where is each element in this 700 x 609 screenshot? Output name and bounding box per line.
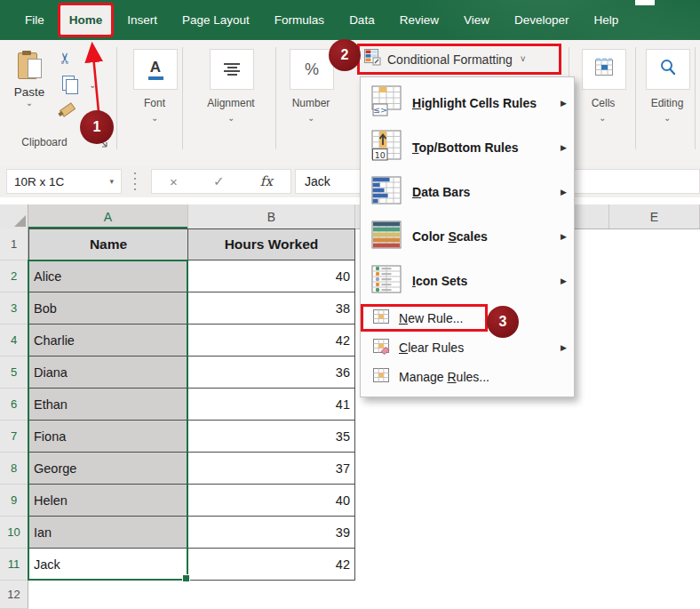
cell-a11[interactable]: Jack — [28, 549, 188, 581]
step-1-badge: 1 — [80, 110, 114, 144]
cell-b8[interactable]: 37 — [188, 453, 355, 485]
cell-a9[interactable]: Helen — [28, 485, 188, 517]
row-header-1[interactable]: 1 — [0, 228, 28, 260]
tab-developer[interactable]: Developer — [505, 5, 578, 35]
font-group-chevron[interactable]: ⌄ — [151, 113, 158, 123]
conditional-formatting-icon — [364, 49, 381, 69]
sheet-row-10: 10Ian39 — [0, 517, 355, 549]
alignment-group-button[interactable] — [210, 49, 254, 90]
tab-view[interactable]: View — [455, 5, 498, 35]
select-all-corner[interactable] — [0, 204, 28, 228]
menu-item-icon-sets[interactable]: Icon Sets▶ — [361, 259, 574, 303]
cells-group-button[interactable] — [582, 49, 626, 90]
step-2-badge: 2 — [329, 39, 361, 71]
editing-group-button[interactable] — [646, 49, 690, 90]
menu-item-label: Clear Rules — [399, 341, 464, 355]
cell-a1[interactable]: Name — [28, 228, 188, 260]
formula-bar-buttons: × ✓ fx — [151, 169, 291, 194]
cell-b6[interactable]: 41 — [188, 389, 355, 421]
insert-function-icon[interactable]: fx — [260, 173, 273, 189]
tab-file[interactable]: File — [16, 5, 53, 35]
menu-item-manage-rules[interactable]: Manage Rules... — [361, 362, 574, 391]
cut-icon[interactable]: ✂ — [56, 52, 75, 64]
row-header-6[interactable]: 6 — [0, 389, 28, 421]
cell-b7[interactable]: 35 — [188, 421, 355, 453]
manage-rules-icon — [372, 366, 390, 388]
number-group-label: Number — [286, 97, 336, 109]
cell-a4[interactable]: Charlie — [28, 325, 188, 357]
menu-item-highlight-cells-rules[interactable]: ≤>Highlight Cells Rules▶ — [361, 81, 574, 125]
column-header-b[interactable]: B — [188, 204, 355, 228]
enter-icon[interactable]: ✓ — [213, 173, 225, 189]
title-bar: FileHomeInsertPage LayoutFormulasDataRev… — [0, 0, 700, 40]
copy-icon[interactable] — [62, 76, 75, 91]
tab-home[interactable]: Home — [60, 5, 112, 35]
paste-clipboard-icon — [18, 51, 41, 79]
cell-b1[interactable]: Hours Worked — [188, 228, 355, 260]
tab-review[interactable]: Review — [391, 5, 448, 35]
menu-item-new-rule[interactable]: New Rule... — [361, 303, 574, 333]
submenu-arrow-icon: ▶ — [561, 99, 567, 108]
cells-group-chevron[interactable]: ⌄ — [599, 113, 606, 123]
cell-b5[interactable]: 36 — [188, 357, 355, 389]
column-header-e[interactable]: E — [609, 204, 700, 228]
paste-button[interactable]: Paste ⌄ — [7, 49, 52, 138]
grid-body: 1NameHours Worked2Alice403Bob384Charlie4… — [0, 228, 355, 609]
number-group-chevron[interactable]: ⌄ — [307, 113, 314, 123]
align-center-icon — [224, 61, 240, 77]
menu-item-color-scales[interactable]: Color Scales▶ — [361, 214, 574, 259]
top-bottom-rules-icon: 10 — [370, 129, 403, 166]
data-bars-icon — [370, 173, 403, 211]
row-header-4[interactable]: 4 — [0, 325, 28, 357]
tab-insert[interactable]: Insert — [118, 5, 166, 35]
format-painter-icon[interactable] — [59, 104, 75, 116]
alignment-group-chevron[interactable]: ⌄ — [227, 113, 235, 123]
copy-dropdown-chevron[interactable]: ⌄ — [89, 81, 96, 90]
row-header-11[interactable]: 11 — [0, 549, 28, 581]
cell-a8[interactable]: George — [28, 453, 188, 485]
font-a-icon: A — [148, 60, 163, 75]
cell-b10[interactable]: 39 — [188, 517, 355, 549]
cell-a7[interactable]: Fiona — [28, 421, 188, 453]
formula-bar-grip[interactable] — [133, 172, 136, 190]
row-header-8[interactable]: 8 — [0, 453, 28, 485]
cell-b2[interactable]: 40 — [188, 260, 355, 292]
name-box-dropdown-icon[interactable]: ▾ — [109, 177, 114, 186]
tab-data[interactable]: Data — [340, 5, 384, 35]
menu-item-clear-rules[interactable]: Clear Rules▶ — [361, 333, 574, 362]
sheet-row-11: 11Jack42 — [0, 549, 355, 581]
row-header-12[interactable]: 12 — [0, 581, 28, 609]
menu-item-top-bottom-rules[interactable]: 10Top/Bottom Rules▶ — [361, 125, 574, 170]
row-header-7[interactable]: 7 — [0, 421, 28, 453]
row-header-10[interactable]: 10 — [0, 517, 28, 549]
font-group-button[interactable]: A — [133, 49, 178, 90]
number-group-button[interactable]: % — [290, 49, 334, 90]
paste-dropdown-chevron[interactable]: ⌄ — [26, 99, 33, 108]
tab-formulas[interactable]: Formulas — [266, 5, 333, 35]
row-header-3[interactable]: 3 — [0, 292, 28, 325]
name-box[interactable]: 10R x 1C ▾ — [6, 169, 122, 194]
cell-a5[interactable]: Diana — [28, 357, 188, 389]
sheet-row-7: 7Fiona35 — [0, 421, 355, 453]
cell-b3[interactable]: 38 — [188, 292, 355, 325]
row-header-2[interactable]: 2 — [0, 260, 28, 292]
column-header-a[interactable]: A — [28, 204, 188, 228]
cell-a3[interactable]: Bob — [28, 292, 188, 325]
row-header-9[interactable]: 9 — [0, 485, 28, 517]
conditional-formatting-label: Conditional Formatting — [387, 52, 513, 67]
menu-item-label: Data Bars — [412, 185, 470, 199]
editing-group-chevron[interactable]: ⌄ — [664, 113, 671, 123]
cell-a10[interactable]: Ian — [28, 517, 188, 549]
cancel-icon[interactable]: × — [170, 174, 178, 189]
cell-b4[interactable]: 42 — [188, 325, 355, 357]
cell-a6[interactable]: Ethan — [28, 389, 188, 421]
tab-help[interactable]: Help — [585, 5, 628, 35]
menu-item-data-bars[interactable]: Data Bars▶ — [361, 170, 574, 214]
tab-page-layout[interactable]: Page Layout — [173, 5, 259, 35]
svg-text:≤>: ≤> — [373, 105, 387, 115]
cell-b9[interactable]: 40 — [188, 485, 355, 517]
cell-a2[interactable]: Alice — [28, 260, 188, 292]
cell-b11[interactable]: 42 — [188, 549, 355, 581]
conditional-formatting-button[interactable]: Conditional Formatting ˅ — [357, 44, 561, 75]
row-header-5[interactable]: 5 — [0, 357, 28, 389]
